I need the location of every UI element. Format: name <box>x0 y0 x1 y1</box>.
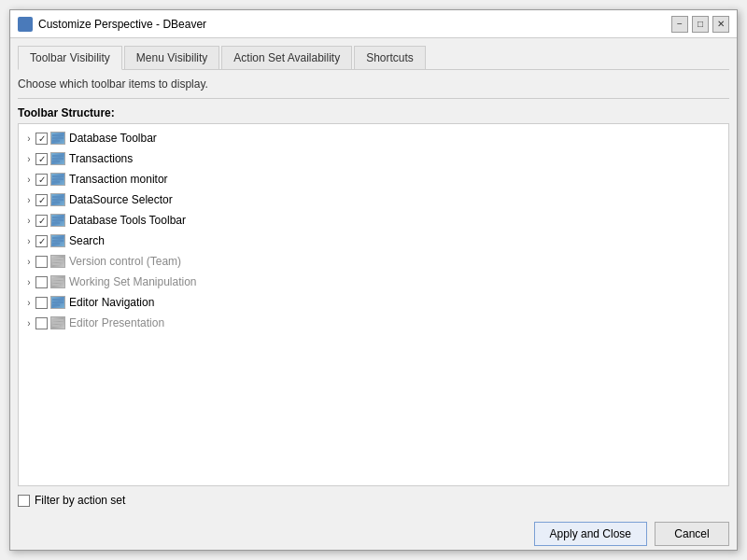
svg-rect-14 <box>52 222 60 224</box>
svg-rect-16 <box>52 240 63 242</box>
toolbar-item-icon <box>50 193 65 206</box>
item-checkbox[interactable] <box>35 235 48 247</box>
dialog-content: Toolbar Visibility Menu Visibility Actio… <box>10 38 737 514</box>
expand-arrow-icon[interactable]: › <box>22 214 35 227</box>
toolbar-item-icon <box>50 316 65 329</box>
expand-arrow-icon[interactable]: › <box>22 132 35 145</box>
toolbar-item-icon <box>50 214 65 227</box>
svg-rect-18 <box>52 258 63 259</box>
expand-arrow-icon[interactable]: › <box>22 152 35 165</box>
close-button[interactable]: ✕ <box>712 16 729 33</box>
svg-rect-12 <box>52 217 63 218</box>
list-item[interactable]: › Search <box>19 231 728 251</box>
separator <box>18 98 729 99</box>
window-controls: − □ ✕ <box>671 16 729 33</box>
item-checkbox[interactable] <box>35 153 48 165</box>
item-checkbox[interactable] <box>35 133 48 145</box>
list-item[interactable]: › Working Set Manipulation <box>19 272 728 292</box>
svg-rect-24 <box>52 299 63 301</box>
item-label: DataSource Selector <box>69 193 173 206</box>
item-label: Working Set Manipulation <box>69 275 197 288</box>
item-label: Transactions <box>69 152 133 165</box>
item-label: Editor Presentation <box>69 316 164 329</box>
svg-rect-26 <box>52 304 60 306</box>
item-checkbox[interactable] <box>35 194 48 206</box>
list-item[interactable]: › Version control (Team) <box>19 251 728 272</box>
item-checkbox[interactable] <box>35 215 48 227</box>
toolbar-item-icon <box>50 173 65 186</box>
toolbar-item-icon <box>50 152 65 165</box>
expand-arrow-icon[interactable]: › <box>22 173 35 186</box>
svg-rect-19 <box>52 260 63 262</box>
svg-rect-29 <box>52 325 60 327</box>
svg-rect-13 <box>52 219 63 221</box>
filter-checkbox[interactable] <box>18 495 30 507</box>
section-label: Toolbar Structure: <box>18 106 729 119</box>
expand-arrow-icon[interactable]: › <box>22 234 35 247</box>
item-checkbox[interactable] <box>35 317 48 329</box>
tab-action-set-availability[interactable]: Action Set Availability <box>221 46 352 69</box>
button-bar: Apply and Close Cancel <box>10 514 737 550</box>
toolbar-item-icon <box>50 234 65 247</box>
tab-description: Choose which toolbar items to display. <box>18 77 729 91</box>
item-label: Transaction monitor <box>69 173 168 186</box>
item-label: Editor Navigation <box>69 296 154 309</box>
toolbar-item-icon <box>50 275 65 288</box>
expand-arrow-icon[interactable]: › <box>22 316 35 329</box>
item-label: Database Toolbar <box>69 132 157 145</box>
svg-rect-17 <box>52 243 60 245</box>
svg-rect-8 <box>52 181 60 183</box>
titlebar: Customize Perspective - DBeaver − □ ✕ <box>10 10 737 38</box>
svg-rect-0 <box>52 134 63 136</box>
minimize-button[interactable]: − <box>671 16 688 33</box>
svg-rect-6 <box>52 175 63 177</box>
tab-menu-visibility[interactable]: Menu Visibility <box>124 46 219 69</box>
svg-rect-22 <box>52 281 63 283</box>
main-window: Customize Perspective - DBeaver − □ ✕ To… <box>9 9 738 551</box>
toolbar-list: › Database Toolbar› Transactions› Transa… <box>18 123 729 486</box>
svg-rect-11 <box>52 202 60 203</box>
expand-arrow-icon[interactable]: › <box>22 275 35 288</box>
toolbar-item-icon <box>50 132 65 145</box>
filter-section: Filter by action set <box>18 494 729 507</box>
list-item[interactable]: › Editor Navigation <box>19 292 728 313</box>
svg-rect-20 <box>52 263 60 265</box>
list-item[interactable]: › DataSource Selector <box>19 189 728 210</box>
toolbar-item-icon <box>50 296 65 309</box>
svg-rect-27 <box>52 319 63 321</box>
maximize-button[interactable]: □ <box>692 16 709 33</box>
expand-arrow-icon[interactable]: › <box>22 296 35 309</box>
expand-arrow-icon[interactable]: › <box>22 193 35 206</box>
window-title: Customize Perspective - DBeaver <box>38 18 671 31</box>
svg-rect-25 <box>52 301 63 303</box>
tab-toolbar-visibility[interactable]: Toolbar Visibility <box>18 46 122 70</box>
list-item[interactable]: › Database Toolbar <box>19 128 728 148</box>
expand-arrow-icon[interactable]: › <box>22 255 35 268</box>
app-icon <box>18 17 33 32</box>
item-checkbox[interactable] <box>35 297 48 309</box>
svg-rect-2 <box>52 140 60 142</box>
svg-rect-10 <box>52 199 63 201</box>
list-item[interactable]: › Transaction monitor <box>19 169 728 189</box>
tab-bar: Toolbar Visibility Menu Visibility Actio… <box>18 46 729 70</box>
list-item[interactable]: › Editor Presentation <box>19 313 728 333</box>
apply-close-button[interactable]: Apply and Close <box>534 522 647 546</box>
item-label: Search <box>69 234 105 247</box>
item-checkbox[interactable] <box>35 276 48 288</box>
svg-rect-7 <box>52 178 63 180</box>
tab-shortcuts[interactable]: Shortcuts <box>354 46 426 69</box>
list-item[interactable]: › Transactions <box>19 148 728 169</box>
svg-rect-3 <box>52 155 63 157</box>
cancel-button[interactable]: Cancel <box>655 522 729 546</box>
item-checkbox[interactable] <box>35 174 48 186</box>
toolbar-item-icon <box>50 255 65 268</box>
item-checkbox[interactable] <box>35 256 48 268</box>
svg-rect-28 <box>52 322 63 324</box>
svg-rect-1 <box>52 137 63 139</box>
item-label: Database Tools Toolbar <box>69 214 186 227</box>
filter-label: Filter by action set <box>35 494 125 507</box>
svg-rect-5 <box>52 161 60 162</box>
svg-rect-15 <box>52 237 63 239</box>
list-item[interactable]: › Database Tools Toolbar <box>19 210 728 231</box>
svg-rect-21 <box>52 278 63 280</box>
